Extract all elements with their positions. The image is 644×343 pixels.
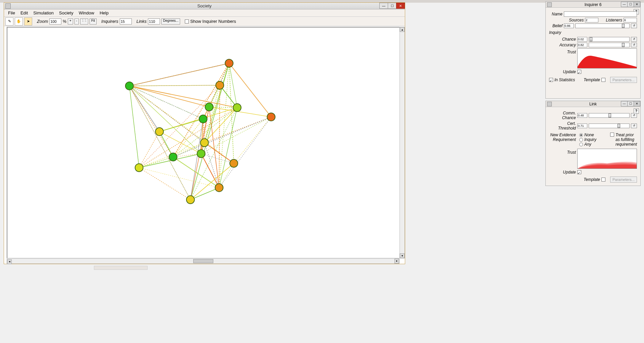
accuracy-reset-icon[interactable]: ↺ bbox=[631, 43, 637, 47]
panel-close-button[interactable]: ✕ bbox=[634, 101, 640, 106]
tool-hand-icon[interactable]: ✋ bbox=[15, 17, 23, 26]
chance-slider[interactable] bbox=[589, 37, 630, 42]
radio-inquiry[interactable] bbox=[579, 138, 583, 142]
window-title: Society bbox=[197, 3, 212, 8]
opt-none: None bbox=[584, 133, 594, 137]
menu-help[interactable]: Help bbox=[97, 9, 111, 16]
graph-node[interactable] bbox=[135, 164, 143, 172]
menu-simulation[interactable]: Simulation bbox=[31, 9, 56, 16]
accuracy-slider[interactable] bbox=[589, 43, 630, 47]
cert-reset-icon[interactable]: ↺ bbox=[631, 124, 637, 128]
scroll-up-icon[interactable]: ▴ bbox=[400, 27, 405, 32]
link-titlebar[interactable]: Link — ☐ ✕ bbox=[546, 101, 640, 107]
trust-chart bbox=[577, 48, 637, 68]
panel-maximize-button[interactable]: ☐ bbox=[627, 101, 634, 106]
in-stats-checkbox[interactable] bbox=[549, 78, 553, 82]
svg-line-59 bbox=[201, 154, 234, 163]
menu-window[interactable]: Window bbox=[76, 9, 97, 16]
show-numbers-checkbox[interactable] bbox=[185, 19, 189, 23]
zoom-input[interactable] bbox=[49, 18, 61, 24]
update-checkbox[interactable] bbox=[577, 70, 581, 74]
treat-label-3: requirement bbox=[615, 142, 637, 147]
links-input[interactable] bbox=[148, 18, 160, 24]
graph-node[interactable] bbox=[201, 139, 209, 147]
graph-node[interactable] bbox=[225, 59, 233, 67]
zoom-fit-button[interactable]: Fit bbox=[90, 18, 97, 24]
vertical-scrollbar[interactable]: ▴ ▾ bbox=[399, 27, 405, 258]
society-window: Society — ☐ ✕ File Edit Simulation Socie… bbox=[4, 2, 405, 264]
tool-paint-icon[interactable]: ✎ bbox=[5, 17, 13, 26]
graph-node[interactable] bbox=[125, 82, 133, 90]
graph-node[interactable] bbox=[216, 81, 224, 89]
scroll-left-icon[interactable]: ◂ bbox=[7, 259, 12, 264]
graph-canvas[interactable] bbox=[7, 27, 402, 258]
graph-node[interactable] bbox=[215, 184, 223, 192]
link-trust-chart bbox=[577, 149, 637, 169]
graph-node[interactable] bbox=[186, 196, 195, 204]
close-button[interactable]: ✕ bbox=[396, 3, 405, 9]
tool-pointer-icon[interactable]: ➤ bbox=[24, 17, 32, 26]
listeners-input[interactable] bbox=[624, 18, 637, 22]
link-template-checkbox[interactable] bbox=[601, 178, 605, 182]
menu-edit[interactable]: Edit bbox=[18, 9, 31, 16]
graph-node[interactable] bbox=[205, 103, 213, 111]
cert-threshold-slider[interactable] bbox=[589, 124, 630, 128]
radio-none[interactable] bbox=[579, 133, 583, 137]
sources-input[interactable] bbox=[585, 18, 598, 22]
parameters-button[interactable]: Parameters... bbox=[610, 77, 637, 83]
graph-node[interactable] bbox=[233, 104, 241, 112]
menu-society[interactable]: Society bbox=[56, 9, 76, 16]
graph-node[interactable] bbox=[197, 150, 205, 158]
comm-reset-icon[interactable]: ↺ bbox=[631, 113, 637, 118]
inquiry-heading: Inquiry bbox=[549, 30, 637, 35]
trust-label: Trust bbox=[549, 48, 576, 54]
belief-value[interactable] bbox=[564, 23, 574, 28]
chance-reset-icon[interactable]: ↺ bbox=[631, 37, 637, 42]
graph-node[interactable] bbox=[230, 159, 238, 167]
link-title: Link bbox=[589, 102, 597, 106]
chance-value[interactable] bbox=[577, 37, 587, 42]
comm-chance-value[interactable] bbox=[577, 113, 587, 118]
listeners-label: Listeners bbox=[606, 18, 622, 22]
graph-node[interactable] bbox=[199, 115, 207, 123]
menu-file[interactable]: File bbox=[5, 9, 18, 16]
panel-close-button[interactable]: ✕ bbox=[634, 2, 640, 7]
link-update-checkbox[interactable] bbox=[577, 170, 581, 174]
inquirers-input[interactable] bbox=[120, 18, 132, 24]
titlebar[interactable]: Society — ☐ ✕ bbox=[4, 3, 405, 9]
treat-label-1: Treat prior bbox=[615, 133, 637, 137]
svg-line-37 bbox=[139, 108, 237, 168]
template-label: Template bbox=[584, 78, 600, 82]
scroll-right-icon[interactable]: ▸ bbox=[394, 259, 399, 263]
belief-slider[interactable] bbox=[575, 23, 630, 28]
link-parameters-button[interactable]: Parameters... bbox=[610, 177, 637, 183]
svg-line-52 bbox=[139, 132, 160, 167]
minimize-button[interactable]: — bbox=[379, 3, 388, 9]
horizontal-scrollbar[interactable]: ◂ ▸ bbox=[7, 258, 399, 264]
scroll-thumb[interactable] bbox=[193, 259, 213, 263]
panel-minimize-button[interactable]: — bbox=[621, 101, 628, 106]
belief-reset-icon[interactable]: ↺ bbox=[631, 23, 637, 28]
maximize-button[interactable]: ☐ bbox=[388, 3, 396, 9]
accuracy-value[interactable] bbox=[577, 43, 587, 47]
degrees-button[interactable]: Degrees... bbox=[161, 18, 180, 24]
treat-prior-checkbox[interactable] bbox=[610, 133, 614, 137]
zoom-11-button[interactable]: 1:1 bbox=[80, 18, 88, 24]
svg-line-68 bbox=[191, 188, 219, 200]
zoom-plus-button[interactable]: + bbox=[68, 18, 73, 24]
radio-any[interactable] bbox=[579, 143, 583, 146]
graph-node[interactable] bbox=[267, 113, 275, 121]
name-input[interactable] bbox=[564, 11, 637, 17]
cert-threshold-value[interactable] bbox=[577, 124, 587, 128]
panel-icon bbox=[547, 2, 552, 7]
comm-chance-slider[interactable] bbox=[589, 113, 630, 118]
panel-maximize-button[interactable]: ☐ bbox=[627, 2, 634, 7]
zoom-minus-button[interactable]: - bbox=[74, 18, 79, 24]
inquirer-titlebar[interactable]: Inquirer 6 — ☐ ✕ bbox=[546, 2, 640, 8]
panel-minimize-button[interactable]: — bbox=[621, 2, 628, 7]
template-checkbox[interactable] bbox=[601, 78, 605, 82]
scroll-down-icon[interactable]: ▾ bbox=[400, 253, 405, 258]
cert-threshold-label: Cert. Threshold bbox=[549, 121, 576, 131]
graph-node[interactable] bbox=[155, 128, 163, 136]
graph-node[interactable] bbox=[169, 153, 177, 161]
